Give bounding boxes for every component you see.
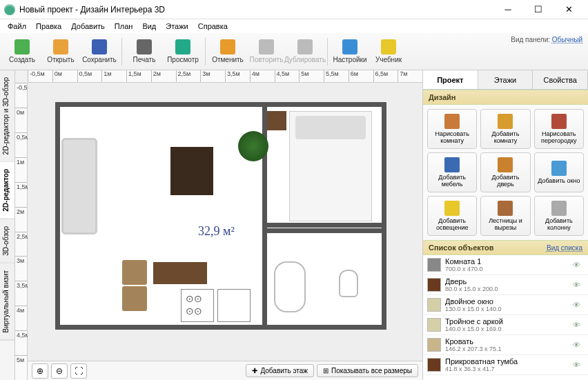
vtab-0[interactable]: 2D-редактор и 3D-обзор xyxy=(0,70,14,162)
object-item[interactable]: Тройное с аркой140.0 x 15.0 x 169.0👁 xyxy=(423,315,588,335)
toolbar-separator xyxy=(121,38,122,66)
menu-Этажи[interactable]: Этажи xyxy=(161,21,193,32)
object-list: Комната 1700.0 x 470.0👁Дверь80.0 x 15.0 … xyxy=(423,255,588,380)
window-title: Новый проект - Дизайн Интерьера 3D xyxy=(19,5,493,14)
object-dimensions: 700.0 x 470.0 xyxy=(445,266,569,272)
toolbar-Настройки[interactable]: Настройки xyxy=(331,35,369,68)
toolbar-Печать[interactable]: Печать xyxy=(125,35,164,68)
toolbar-Повторить: Повторить xyxy=(247,35,286,68)
rtab-Свойства[interactable]: Свойства xyxy=(533,70,588,89)
object-item[interactable]: Двойное окно130.0 x 15.0 x 140.0👁 xyxy=(423,295,588,315)
tool-Добавить окно[interactable]: Добавить окно xyxy=(534,152,584,192)
object-thumb-icon xyxy=(427,258,441,272)
maximize-button[interactable]: ☐ xyxy=(523,0,553,19)
rtab-Этажи[interactable]: Этажи xyxy=(478,70,533,89)
object-dimensions: 140.0 x 15.0 x 169.0 xyxy=(445,326,569,332)
menu-Справка[interactable]: Справка xyxy=(193,21,233,32)
furniture-stove[interactable] xyxy=(181,289,214,322)
tool-icon xyxy=(444,114,460,129)
visibility-icon[interactable]: 👁 xyxy=(573,301,584,309)
visibility-icon[interactable]: 👁 xyxy=(573,281,584,289)
tool-Добавить колонну[interactable]: Добавить колонну xyxy=(534,196,584,236)
vertical-ruler: -0,5м0м0,5м1м1,5м2м2,5м3м3,5м4м4,5м5м xyxy=(15,83,28,380)
tool-Добавить освещение[interactable]: Добавить освещение xyxy=(427,196,477,236)
toolbar-separator xyxy=(205,38,206,66)
tool-Добавить комнату[interactable]: Добавить комнату xyxy=(480,109,530,149)
floor-plan[interactable]: 32,9 м² xyxy=(55,102,386,330)
furniture-nightstand[interactable] xyxy=(267,111,286,130)
area-label: 32,9 м² xyxy=(198,224,235,239)
show-all-dimensions-button[interactable]: ⊞Показывать все размеры xyxy=(317,364,418,377)
furniture-sofa[interactable] xyxy=(61,138,97,234)
furniture-tv-stand[interactable] xyxy=(170,147,213,195)
design-section-header: Дизайн xyxy=(423,90,588,105)
rtab-Проект[interactable]: Проект xyxy=(423,70,478,89)
object-item[interactable]: Комната 1700.0 x 470.0👁 xyxy=(423,255,588,275)
object-thumb-icon xyxy=(427,358,441,372)
tool-Добавить мебель[interactable]: Добавить мебель xyxy=(427,152,477,192)
object-list-header: Список объектов Вид списка xyxy=(423,240,588,255)
object-item[interactable]: Кровать146.2 x 207.3 x 75.1👁 xyxy=(423,335,588,355)
toolbar-separator xyxy=(327,38,328,66)
menu-Файл[interactable]: Файл xyxy=(3,21,31,32)
object-thumb-icon xyxy=(427,278,441,292)
canvas[interactable]: 32,9 м² ⊕ ⊖ ⛶ ✚Добавить этаж ⊞Показывать… xyxy=(28,83,422,380)
visibility-icon[interactable]: 👁 xyxy=(573,341,584,349)
tool-icon xyxy=(498,201,513,216)
object-name: Кровать xyxy=(445,337,569,346)
add-floor-button[interactable]: ✚Добавить этаж xyxy=(246,364,314,377)
app-logo-icon xyxy=(4,4,15,15)
furniture-chair[interactable] xyxy=(122,260,147,285)
tool-Нарисовать комнату[interactable]: Нарисовать комнату xyxy=(427,109,477,149)
menu-План[interactable]: План xyxy=(110,21,138,32)
toolbar-Отменить[interactable]: Отменить xyxy=(208,35,247,68)
object-dimensions: 130.0 x 15.0 x 140.0 xyxy=(445,306,569,312)
tool-icon xyxy=(498,157,513,172)
tool-Нарисовать перегородку[interactable]: Нарисовать перегородку xyxy=(534,109,584,149)
list-view-link[interactable]: Вид списка xyxy=(547,244,582,252)
menu-Добавить[interactable]: Добавить xyxy=(66,21,110,32)
canvas-bottom-bar: ⊕ ⊖ ⛶ ✚Добавить этаж ⊞Показывать все раз… xyxy=(28,361,422,380)
zoom-in-button[interactable]: ⊕ xyxy=(32,363,48,379)
furniture-countertop[interactable] xyxy=(217,289,251,322)
furniture-toilet[interactable] xyxy=(339,270,358,297)
minimize-button[interactable]: ─ xyxy=(493,0,523,19)
object-name: Тройное с аркой xyxy=(445,317,569,326)
Дублировать-icon xyxy=(297,39,313,54)
Просмотр-icon xyxy=(175,39,190,54)
toolbar-Открыть[interactable]: Открыть xyxy=(41,35,80,68)
menu-Вид[interactable]: Вид xyxy=(137,21,161,32)
tool-Лестницы и вырезы[interactable]: Лестницы и вырезы xyxy=(480,196,530,236)
vertical-tabs: 2D-редактор и 3D-обзор2D-редактор3D-обзо… xyxy=(0,70,15,380)
tool-icon xyxy=(551,114,567,129)
furniture-sideboard[interactable] xyxy=(153,262,207,284)
menu-Правка[interactable]: Правка xyxy=(31,21,66,32)
close-button[interactable]: ✕ xyxy=(553,0,584,19)
panel-view-link[interactable]: Обычный xyxy=(552,36,582,43)
furniture-bathtub[interactable] xyxy=(274,261,306,312)
panel-tabs: ПроектЭтажиСвойства xyxy=(423,70,588,90)
visibility-icon[interactable]: 👁 xyxy=(573,321,584,329)
vtab-2[interactable]: 3D-обзор xyxy=(0,219,14,263)
furniture-bed[interactable] xyxy=(289,111,372,221)
horizontal-ruler: -0,5м0м0,5м1м1,5м2м2,5м3м3,5м4м4,5м5м5,5… xyxy=(28,70,422,83)
visibility-icon[interactable]: 👁 xyxy=(573,361,584,369)
tool-icon xyxy=(444,201,460,216)
object-name: Комната 1 xyxy=(445,257,569,266)
furniture-plant[interactable] xyxy=(238,131,268,161)
zoom-fit-button[interactable]: ⛶ xyxy=(70,363,87,379)
furniture-chair[interactable] xyxy=(122,286,147,311)
zoom-out-button[interactable]: ⊖ xyxy=(51,363,68,379)
visibility-icon[interactable]: 👁 xyxy=(573,261,584,269)
toolbar-Просмотр[interactable]: Просмотр xyxy=(164,35,202,68)
toolbar-Создать[interactable]: Создать xyxy=(3,35,41,68)
vtab-1[interactable]: 2D-редактор xyxy=(0,162,14,219)
Настройки-icon xyxy=(342,39,357,54)
toolbar-Сохранить[interactable]: Сохранить xyxy=(80,35,119,68)
object-item[interactable]: Прикроватная тумба41.8 x 36.3 x 41.7👁 xyxy=(423,355,588,375)
object-item[interactable]: Дверь80.0 x 15.0 x 200.0👁 xyxy=(423,275,588,295)
toolbar-Учебник[interactable]: Учебник xyxy=(369,35,408,68)
vtab-3[interactable]: Виртуальный визит xyxy=(0,263,14,341)
tool-Добавить дверь[interactable]: Добавить дверь xyxy=(480,152,530,192)
tool-icon xyxy=(551,161,567,176)
